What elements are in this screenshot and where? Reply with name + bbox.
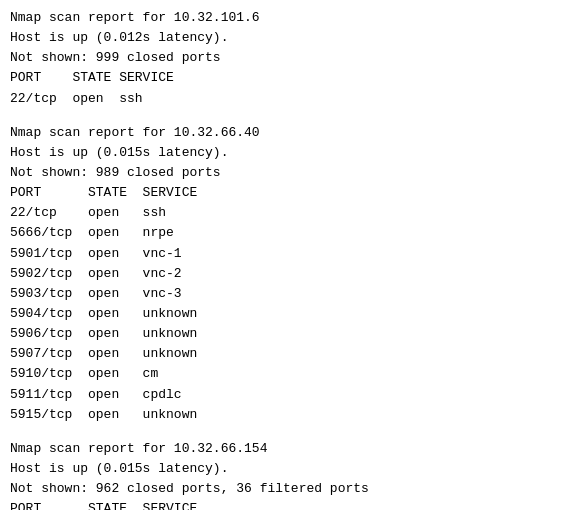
line-1-9: 5904/tcp open unknown [10,304,565,324]
scan-block-3: Nmap scan report for 10.32.66.154Host is… [10,439,565,510]
line-1-2: Not shown: 989 closed ports [10,163,565,183]
scan-block-2: Nmap scan report for 10.32.66.40Host is … [10,123,565,425]
line-1-13: 5911/tcp open cpdlc [10,385,565,405]
line-2-3: PORT STATE SERVICE [10,499,565,510]
line-1-8: 5903/tcp open vnc-3 [10,284,565,304]
nmap-output: Nmap scan report for 10.32.101.6Host is … [10,8,565,510]
line-1-11: 5907/tcp open unknown [10,344,565,364]
line-0-1: Host is up (0.012s latency). [10,28,565,48]
line-1-7: 5902/tcp open vnc-2 [10,264,565,284]
line-1-14: 5915/tcp open unknown [10,405,565,425]
line-2-1: Host is up (0.015s latency). [10,459,565,479]
line-0-2: Not shown: 999 closed ports [10,48,565,68]
line-1-6: 5901/tcp open vnc-1 [10,244,565,264]
line-0-3: PORT STATE SERVICE [10,68,565,88]
line-1-10: 5906/tcp open unknown [10,324,565,344]
line-1-0: Nmap scan report for 10.32.66.40 [10,123,565,143]
line-1-12: 5910/tcp open cm [10,364,565,384]
scan-block-1: Nmap scan report for 10.32.101.6Host is … [10,8,565,109]
line-2-0: Nmap scan report for 10.32.66.154 [10,439,565,459]
line-0-0: Nmap scan report for 10.32.101.6 [10,8,565,28]
line-0-4: 22/tcp open ssh [10,89,565,109]
line-1-4: 22/tcp open ssh [10,203,565,223]
line-1-1: Host is up (0.015s latency). [10,143,565,163]
line-1-5: 5666/tcp open nrpe [10,223,565,243]
line-2-2: Not shown: 962 closed ports, 36 filtered… [10,479,565,499]
line-1-3: PORT STATE SERVICE [10,183,565,203]
